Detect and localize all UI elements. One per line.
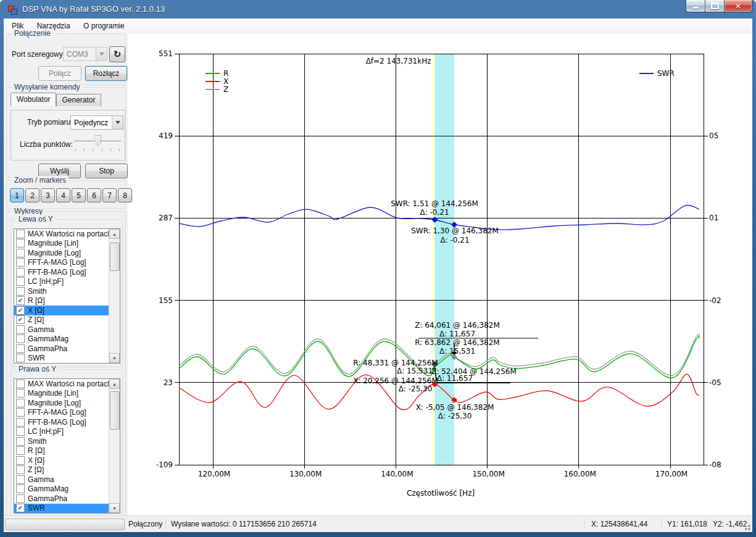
chart-panel: 55141928715523-1090501-02-05-08120,00M13… [128,34,752,516]
left-axis-listbox[interactable]: MAX Wartości na portach ADCMagnitude [Li… [14,228,120,364]
port-combobox[interactable]: COM3 [63,47,107,61]
list-item[interactable]: ✔Z [Ω] [14,315,120,325]
scrollbar[interactable]: ▲▼ [109,379,120,513]
checkbox-icon[interactable] [16,277,25,286]
checkbox-icon[interactable] [16,475,25,484]
refresh-ports-button[interactable]: ↻ [109,46,125,62]
checkbox-icon[interactable] [16,446,25,455]
checkbox-icon[interactable] [16,335,25,343]
scroll-down-icon[interactable]: ▼ [109,353,120,363]
port-combobox-drop[interactable] [96,48,107,60]
list-item[interactable]: FFT-B-MAG [Log] [14,267,120,277]
marker-button-8[interactable]: 8 [118,188,132,202]
list-item-label: SWR [28,504,45,512]
marker-button-7[interactable]: 7 [102,188,117,202]
close-button[interactable]: ✕ [725,0,752,12]
scroll-up-icon[interactable]: ▲ [109,379,120,389]
checkbox-icon[interactable] [16,427,25,436]
list-item[interactable]: FFT-A-MAG [Log] [14,408,120,418]
list-item[interactable]: LC [nH;pF] [14,427,120,437]
marker-button-5[interactable]: 5 [72,188,86,202]
list-item[interactable]: MAX Wartości na portach ADC [14,379,120,389]
stop-button[interactable]: Stop [85,164,128,178]
progress-bar [5,518,125,530]
slider-thumb[interactable] [94,135,101,147]
marker-button-3[interactable]: 3 [41,188,55,202]
resize-grip[interactable] [743,523,750,530]
scrollbar[interactable]: ▲▼ [109,229,120,363]
checkbox-icon[interactable] [16,325,25,334]
list-item[interactable]: ✔R [Ω] [14,296,120,306]
command-tabstrip: Wobulator Generator [10,94,101,106]
list-item[interactable]: SWR [14,354,120,364]
checkbox-icon[interactable] [16,494,25,503]
checkbox-icon[interactable] [16,249,25,257]
x-axis-title: Częstotliwość [Hz] [407,489,475,497]
marker-button-6[interactable]: 6 [87,188,101,202]
title-bar[interactable]: DSP VNA by Rafał SP3GO ver. 2.1.0.13 ✕ [0,0,756,19]
scroll-down-icon[interactable]: ▼ [109,503,120,513]
marker-button-2[interactable]: 2 [25,188,39,202]
marker-button-4[interactable]: 4 [56,188,70,202]
list-item[interactable]: GammaPha [14,494,120,504]
minimize-button[interactable] [686,0,705,12]
list-item[interactable]: Magnitude [Log] [14,398,120,408]
checkbox-icon[interactable] [16,456,25,465]
measure-mode-drop[interactable] [112,116,123,129]
checkbox-icon[interactable] [16,380,25,388]
tab-generator[interactable]: Generator [56,94,101,106]
list-item[interactable]: X [Ω] [14,456,120,465]
list-item[interactable]: Smith [14,436,120,446]
checkbox-icon[interactable] [16,287,25,296]
list-item[interactable]: FFT-A-MAG [Log] [14,258,120,268]
tab-wobulator[interactable]: Wobulator [10,93,56,106]
list-item[interactable]: Z [Ω] [14,465,120,475]
checkbox-icon[interactable] [16,399,25,407]
maximize-button[interactable] [705,0,725,12]
list-item-label: Smith [28,287,47,296]
list-item[interactable]: Magnitude [Lin] [14,239,120,249]
checkbox-checked-icon[interactable]: ✔ [16,296,25,305]
checkbox-icon[interactable] [16,344,25,353]
status-separator [584,518,586,530]
list-item[interactable]: LC [nH;pF] [14,277,120,287]
checkbox-icon[interactable] [16,258,25,267]
disconnect-button[interactable]: Rozłącz [85,66,127,81]
list-item[interactable]: R [Ω] [14,446,120,456]
list-item[interactable]: Magnitude [Log] [14,248,120,258]
list-item-label: Gamma [28,325,54,334]
menu-o-programie[interactable]: O programie [78,19,130,30]
checkbox-checked-icon[interactable]: ✔ [16,504,25,512]
checkbox-icon[interactable] [16,437,25,446]
measure-mode-combobox[interactable]: Pojedyncz [70,115,123,130]
scroll-thumb[interactable] [110,391,120,430]
list-item[interactable]: GammaMag [14,335,120,344]
checkbox-icon[interactable] [16,239,25,248]
list-item[interactable]: ✔SWR [14,504,120,514]
checkbox-icon[interactable] [16,354,25,362]
checkbox-checked-icon[interactable]: ✔ [16,306,25,315]
list-item[interactable]: MAX Wartości na portach ADC [14,229,120,239]
scroll-up-icon[interactable]: ▲ [109,229,120,239]
list-item[interactable]: FFT-B-MAG [Log] [14,417,120,427]
checkbox-icon[interactable] [16,485,25,493]
checkbox-icon[interactable] [16,268,25,277]
checkbox-icon[interactable] [16,408,25,417]
points-count-slider[interactable] [74,135,121,154]
scroll-thumb[interactable] [110,243,120,271]
list-item[interactable]: ✔X [Ω] [14,306,120,315]
marker-button-1[interactable]: 1 [10,188,24,202]
checkbox-icon[interactable] [16,230,25,238]
connect-button[interactable]: Połącz [38,66,81,81]
checkbox-icon[interactable] [16,418,25,427]
checkbox-icon[interactable] [16,465,25,474]
list-item[interactable]: Magnitude [Lin] [14,389,120,399]
list-item[interactable]: GammaMag [14,485,120,494]
right-axis-listbox[interactable]: MAX Wartości na portach ADCMagnitude [Li… [14,378,120,514]
list-item[interactable]: GammaPha [14,344,120,354]
list-item[interactable]: Smith [14,286,120,296]
checkbox-checked-icon[interactable]: ✔ [16,315,25,324]
list-item[interactable]: Gamma [14,325,120,335]
checkbox-icon[interactable] [16,389,25,398]
list-item[interactable]: Gamma [14,475,120,485]
